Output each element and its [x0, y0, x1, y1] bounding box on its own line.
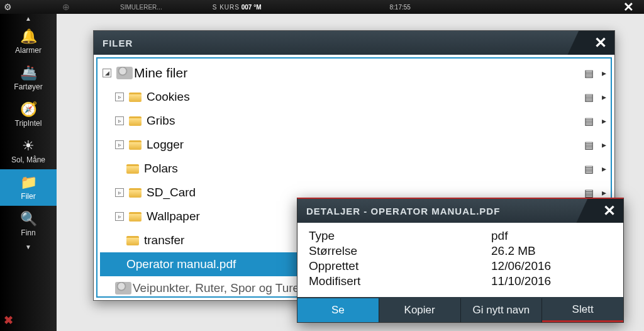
globe-icon[interactable]: ⊕ — [62, 2, 70, 12]
compass-icon: 🧭 — [1, 103, 55, 116]
details-window-header: DETALJER - OPERATOR MANUAL.PDF ✕ — [297, 199, 623, 223]
expand-icon[interactable]: ▹ — [115, 188, 124, 197]
sidebar-item-label: Sol, Måne — [11, 155, 45, 164]
folder-icon — [129, 188, 142, 198]
detail-row-type: Type pdf — [309, 229, 612, 243]
folder-icon — [129, 93, 142, 102]
window-title: FILER — [94, 38, 133, 48]
sidebar-item-tripintel[interactable]: 🧭 TripIntel — [0, 96, 57, 133]
detail-value: pdf — [491, 229, 508, 243]
expand-icon[interactable]: ▹ — [115, 93, 124, 101]
expand-icon[interactable]: ▹ — [115, 212, 124, 221]
bell-icon: 🔔 — [1, 30, 55, 43]
expand-icon[interactable]: ▹ — [115, 116, 124, 125]
cancel-icon[interactable]: ✖ — [4, 313, 13, 327]
sidebar-item-label: TripIntel — [15, 119, 42, 128]
chevron-right-icon[interactable]: ▸ — [602, 68, 608, 78]
detail-row-created: Opprettet 12/06/2016 — [309, 259, 612, 273]
clock-readout: 8:17:55 — [390, 4, 411, 11]
chevron-right-icon[interactable]: ▸ — [602, 116, 608, 126]
gear-icon[interactable]: ⚙ — [4, 2, 12, 12]
tree-root-label: Mine filer — [134, 65, 584, 81]
expand-icon[interactable]: ▹ — [115, 140, 124, 149]
details-icon[interactable]: ▤ — [584, 67, 597, 79]
details-button-bar: Se Kopier Gi nytt navn Slett — [297, 297, 623, 322]
view-button[interactable]: Se — [297, 298, 379, 322]
folder-label: Logger — [147, 138, 584, 152]
detail-label: Type — [309, 229, 491, 243]
folder-icon — [129, 116, 142, 126]
header-decoration — [558, 31, 589, 55]
course-value: 007 °M — [242, 4, 262, 11]
chevron-right-icon[interactable]: ▸ — [602, 92, 608, 102]
copy-button[interactable]: Kopier — [379, 298, 461, 322]
folder-label: Polars — [144, 162, 584, 176]
header-decoration — [567, 199, 598, 223]
folder-icon: 📁 — [1, 176, 55, 189]
sidebar-item-fartoyer[interactable]: 🚢 Fartøyer — [0, 60, 57, 96]
details-icon[interactable]: ▤ — [584, 139, 597, 151]
sidebar-item-label: Alarmer — [15, 46, 42, 55]
chevron-up-icon[interactable]: ▲ — [0, 14, 57, 23]
top-status-bar: ⚙ ⊕ SIMULERER... S KURS 007 °M 8:17:55 ✕ — [0, 0, 644, 14]
search-icon: 🔍 — [1, 212, 55, 226]
details-title-filename: OPERATOR MANUAL.PDF — [370, 206, 500, 216]
tree-folder[interactable]: ▹ Cookies ▤ ▸ — [100, 85, 608, 109]
close-icon[interactable]: ✕ — [617, 0, 640, 14]
detail-row-size: Størrelse 26.2 MB — [309, 244, 612, 258]
tree-folder[interactable]: ▹ Gribs ▤ ▸ — [100, 109, 608, 133]
database-icon — [115, 282, 131, 295]
folder-label: Cookies — [147, 90, 584, 104]
details-title-prefix: DETALJER - — [306, 206, 370, 216]
details-icon[interactable]: ▤ — [584, 115, 597, 127]
detail-value: 11/10/2016 — [491, 274, 551, 288]
detail-value: 26.2 MB — [491, 244, 536, 258]
detail-value: 12/06/2016 — [491, 259, 551, 273]
folder-icon — [126, 236, 139, 245]
detail-label: Modifisert — [309, 274, 491, 288]
sidebar-item-alarmer[interactable]: 🔔 Alarmer — [0, 23, 57, 60]
details-icon[interactable]: ▤ — [584, 187, 597, 199]
chevron-right-icon[interactable]: ▸ — [602, 140, 608, 150]
detail-label: Opprettet — [309, 259, 491, 273]
delete-button[interactable]: Slett — [542, 298, 623, 322]
chevron-right-icon[interactable]: ▸ — [602, 188, 608, 198]
simulation-label: SIMULERER... — [120, 4, 162, 11]
course-label: S KURS — [213, 4, 240, 11]
folder-icon — [129, 140, 142, 150]
details-icon[interactable]: ▤ — [584, 163, 597, 175]
folder-icon — [129, 212, 142, 222]
sidebar-item-finn[interactable]: 🔍 Finn — [0, 206, 57, 242]
sidebar-item-solmane[interactable]: ☀ Sol, Måne — [0, 133, 57, 169]
ship-icon: 🚢 — [1, 66, 55, 80]
course-readout: S KURS 007 °M — [213, 4, 262, 11]
tree-root[interactable]: ◢ Mine filer ▤ ▸ — [100, 61, 608, 85]
sidebar-item-filer[interactable]: 📁 Filer — [0, 169, 57, 206]
folder-label: Gribs — [147, 114, 584, 128]
detail-label: Størrelse — [309, 244, 491, 258]
rename-button[interactable]: Gi nytt navn — [461, 298, 543, 322]
sidebar-item-label: Filer — [21, 192, 35, 201]
chevron-right-icon[interactable]: ▸ — [602, 164, 608, 174]
folder-icon — [126, 164, 139, 174]
sun-icon: ☀ — [1, 139, 55, 153]
collapse-icon[interactable]: ◢ — [103, 69, 111, 77]
tree-folder[interactable]: Polars ▤ ▸ — [100, 157, 608, 181]
close-button[interactable]: ✕ — [596, 199, 623, 223]
sidebar-item-label: Finn — [21, 228, 35, 237]
sidebar-item-label: Fartøyer — [14, 82, 42, 91]
details-body: Type pdf Størrelse 26.2 MB Opprettet 12/… — [297, 223, 623, 297]
drive-icon — [116, 67, 133, 79]
detail-row-modified: Modifisert 11/10/2016 — [309, 274, 612, 288]
files-window-header: FILER ✕ — [94, 31, 614, 55]
chevron-down-icon[interactable]: ▼ — [0, 242, 57, 252]
details-icon[interactable]: ▤ — [584, 91, 597, 103]
close-button[interactable]: ✕ — [587, 31, 614, 55]
details-title: DETALJER - OPERATOR MANUAL.PDF — [297, 206, 500, 216]
details-window: DETALJER - OPERATOR MANUAL.PDF ✕ Type pd… — [297, 198, 624, 323]
tree-folder[interactable]: ▹ Logger ▤ ▸ — [100, 133, 608, 157]
tools-sidebar: ▲ 🔔 Alarmer 🚢 Fartøyer 🧭 TripIntel ☀ Sol… — [0, 14, 57, 331]
